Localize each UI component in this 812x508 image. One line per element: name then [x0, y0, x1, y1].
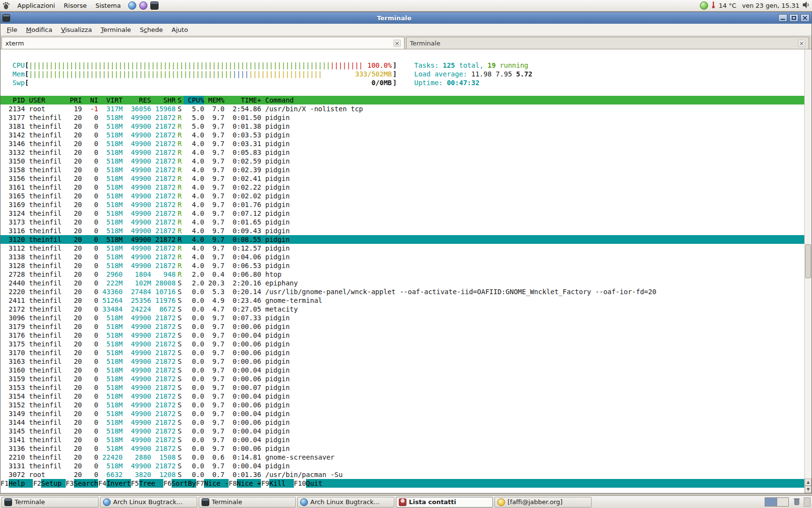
- process-row[interactable]: 3158theinfil200518M4990021872R4.09.70:02…: [0, 165, 804, 174]
- taskbar-button[interactable]: [faffi@jabber.org]: [494, 497, 592, 508]
- fkey-label[interactable]: SortBy: [172, 479, 196, 488]
- tab-terminale[interactable]: Terminale×: [406, 37, 809, 49]
- process-row[interactable]: 3173theinfil200518M4990021872R4.09.70:01…: [0, 218, 804, 226]
- process-row[interactable]: 3154theinfil200518M4990021872S0.09.70:00…: [0, 392, 804, 401]
- taskbar-button[interactable]: Terminale: [1, 497, 99, 508]
- column-header-cpu[interactable]: CPU%: [184, 96, 204, 105]
- fkey-label[interactable]: Quit: [306, 479, 331, 488]
- fkey-f8[interactable]: F8: [229, 479, 237, 488]
- fkey-f2[interactable]: F2: [33, 479, 41, 488]
- process-row[interactable]: 3120theinfil200518M4990021872R4.09.70:08…: [0, 235, 804, 244]
- fkey-label[interactable]: Nice +: [237, 479, 261, 488]
- minimize-button[interactable]: [778, 14, 787, 22]
- titlebar[interactable]: Terminale: [0, 12, 812, 24]
- fkey-f5[interactable]: F5: [131, 479, 139, 488]
- process-row[interactable]: 3153theinfil200518M4990021872S0.09.70:00…: [0, 383, 804, 392]
- column-header-user[interactable]: USER: [29, 96, 66, 105]
- process-row[interactable]: 3160theinfil200518M4990021872S0.09.70:00…: [0, 366, 804, 374]
- taskbar-button[interactable]: Lista contatti: [396, 497, 493, 508]
- clock[interactable]: ven 23 gen, 15.31: [742, 2, 799, 9]
- taskbar-button[interactable]: Arch Linux Bugtrack...: [297, 497, 394, 508]
- process-row[interactable]: 3169theinfil200518M4990021872R4.09.70:01…: [0, 200, 804, 209]
- panel-menu-sistema[interactable]: Sistema: [91, 1, 125, 10]
- process-row[interactable]: 2220theinfil200433602748410716S0.05.30:2…: [0, 287, 804, 296]
- process-row[interactable]: 2172theinfil20033484242248672S0.04.70:27…: [0, 305, 804, 314]
- process-row[interactable]: 3128theinfil200518M4990021872R4.09.70:06…: [0, 261, 804, 270]
- process-row[interactable]: 3179theinfil200518M4990021872S0.09.70:00…: [0, 322, 804, 331]
- menu-schede[interactable]: Schede: [135, 25, 167, 35]
- process-row[interactable]: 2440theinfil200222M102M28008S2.020.32:20…: [0, 279, 804, 287]
- process-row[interactable]: 3116theinfil200518M4990021872R4.09.70:09…: [0, 226, 804, 235]
- process-row[interactable]: 3131theinfil200518M4990021872S0.09.70:00…: [0, 462, 804, 470]
- terminal-launcher-icon[interactable]: [150, 1, 159, 10]
- workspace-switcher[interactable]: [765, 497, 789, 507]
- process-row[interactable]: 3132theinfil200518M4990021872R4.09.70:05…: [0, 148, 804, 157]
- process-row[interactable]: 2728theinfil20029601804948R2.00.40:06.80…: [0, 270, 804, 279]
- process-row[interactable]: 3177theinfil200518M4990021872R5.09.70:01…: [0, 113, 804, 122]
- process-row[interactable]: 3124theinfil200518M4990021872R4.09.70:07…: [0, 209, 804, 218]
- tab-close-icon[interactable]: ×: [798, 40, 805, 47]
- show-desktop-button[interactable]: [804, 497, 811, 507]
- process-row[interactable]: 3159theinfil200518M4990021872S0.09.70:00…: [0, 374, 804, 383]
- workspace-2[interactable]: [777, 498, 788, 506]
- volume-icon[interactable]: [802, 1, 810, 10]
- column-header-s[interactable]: S: [175, 96, 184, 105]
- maximize-button[interactable]: [789, 14, 798, 22]
- fkey-label[interactable]: Search: [74, 479, 99, 488]
- fkey-f1[interactable]: F1: [0, 479, 9, 488]
- taskbar-button[interactable]: Terminale: [199, 497, 296, 508]
- process-row[interactable]: 3136theinfil200518M4990021872S0.09.70:00…: [0, 444, 804, 453]
- fkey-f10[interactable]: F10: [294, 479, 306, 488]
- process-row[interactable]: 2210theinfil2002242028801508S0.00.60:14.…: [0, 453, 804, 462]
- close-button[interactable]: [800, 14, 810, 22]
- process-row[interactable]: 3176theinfil200518M4990021872S0.09.70:00…: [0, 331, 804, 340]
- panel-menu-applicazioni[interactable]: Applicazioni: [13, 1, 59, 10]
- menu-visualizza[interactable]: Visualizza: [57, 25, 96, 35]
- scrollbar-thumb[interactable]: [805, 244, 811, 278]
- process-row[interactable]: 3150theinfil200518M4990021872R4.09.70:02…: [0, 157, 804, 165]
- column-header-mem[interactable]: MEM%: [204, 96, 224, 105]
- process-row[interactable]: 3138theinfil200518M4990021872R4.09.70:04…: [0, 253, 804, 261]
- menu-aiuto[interactable]: Aiuto: [167, 25, 192, 35]
- process-row[interactable]: 3112theinfil200518M4990021872R4.09.70:12…: [0, 244, 804, 253]
- column-header-time[interactable]: TIME+: [224, 96, 261, 105]
- tab-xterm[interactable]: xterm×: [1, 37, 405, 49]
- column-header-pri[interactable]: PRI: [66, 96, 82, 105]
- column-header-pid[interactable]: PID: [0, 96, 25, 105]
- browser-launcher-icon[interactable]: [128, 1, 136, 10]
- column-header-virt[interactable]: VIRT: [98, 96, 123, 105]
- process-row[interactable]: 3145theinfil200518M4990021872S0.09.70:00…: [0, 427, 804, 435]
- process-row[interactable]: 3152theinfil200518M4990021872S0.09.70:00…: [0, 401, 804, 409]
- trash-icon[interactable]: [793, 497, 800, 507]
- process-row[interactable]: 3149theinfil200518M4990021872S0.09.70:00…: [0, 409, 804, 418]
- process-row[interactable]: 3163theinfil200518M4990021872S0.09.70:00…: [0, 357, 804, 366]
- process-row[interactable]: 3165theinfil200518M4990021872R4.09.70:02…: [0, 192, 804, 200]
- process-row[interactable]: 3170theinfil200518M4990021872S0.09.70:00…: [0, 348, 804, 357]
- column-header-res[interactable]: RES: [123, 96, 151, 105]
- menu-modifica[interactable]: Modifica: [22, 25, 57, 35]
- gnome-menu-icon[interactable]: [2, 1, 10, 10]
- column-header-shr[interactable]: SHR: [151, 96, 176, 105]
- process-row[interactable]: 3144theinfil200518M4990021872S0.09.70:00…: [0, 418, 804, 427]
- process-row[interactable]: 3181theinfil200518M4990021872R5.09.70:01…: [0, 122, 804, 131]
- fkey-label[interactable]: Kill: [269, 479, 294, 488]
- fkey-label[interactable]: Help: [9, 479, 33, 488]
- fkey-f6[interactable]: F6: [163, 479, 172, 488]
- fkey-label[interactable]: Tree: [139, 479, 164, 488]
- process-row[interactable]: 3161theinfil200518M4990021872R4.09.70:02…: [0, 183, 804, 192]
- workspace-1[interactable]: [765, 498, 777, 506]
- process-row[interactable]: 3156theinfil200518M4990021872R4.09.70:02…: [0, 174, 804, 183]
- process-row[interactable]: 3142theinfil200518M4990021872R4.09.70:03…: [0, 131, 804, 139]
- menu-terminale[interactable]: Terminale: [96, 25, 135, 35]
- fkey-f7[interactable]: F7: [196, 479, 204, 488]
- menu-file[interactable]: File: [2, 25, 22, 35]
- column-header-cmd[interactable]: Command: [265, 96, 804, 105]
- process-row[interactable]: 2134root19-1317M3605615968S5.07.02:54.86…: [0, 105, 804, 113]
- scrollbar[interactable]: ▲ ▼: [804, 49, 812, 493]
- process-row[interactable]: 3175theinfil200518M4990021872S0.09.70:00…: [0, 340, 804, 348]
- fkey-label[interactable]: Invert: [106, 479, 131, 488]
- process-row[interactable]: 2411theinfil200512642535611976S0.04.90:2…: [0, 296, 804, 305]
- process-row[interactable]: 3072root200663238201208S0.00.70:01.36/us…: [0, 470, 804, 479]
- scroll-up-icon[interactable]: ▲: [805, 478, 812, 486]
- tab-close-icon[interactable]: ×: [393, 40, 401, 47]
